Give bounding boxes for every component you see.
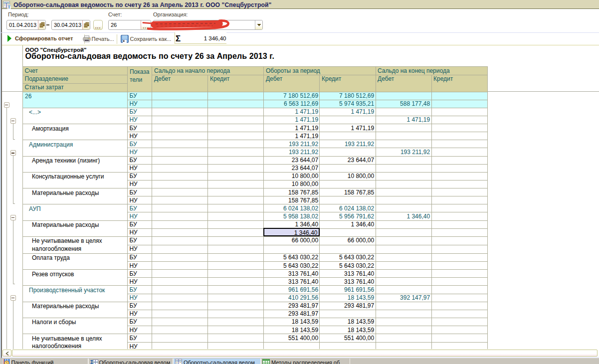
svg-text:T: T — [7, 4, 10, 8]
svg-text:Σ: Σ — [90, 359, 94, 364]
